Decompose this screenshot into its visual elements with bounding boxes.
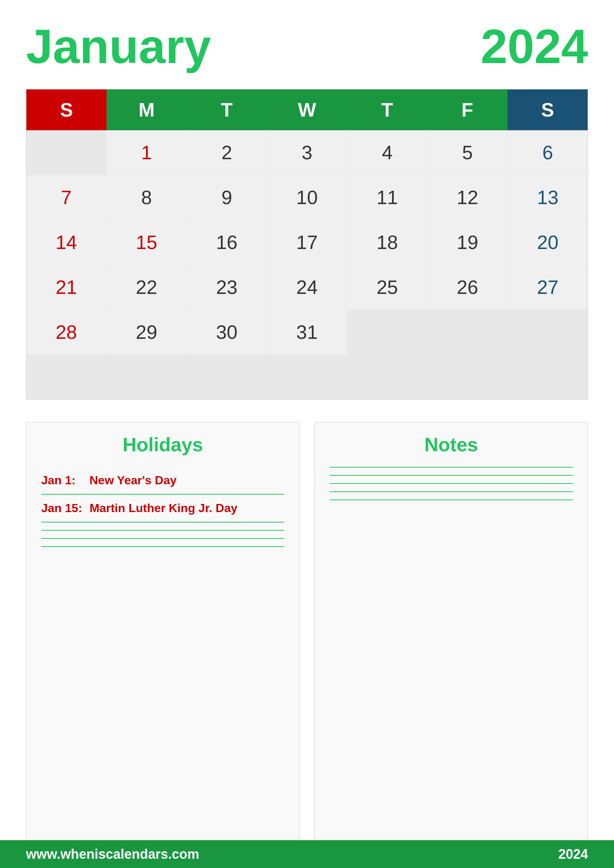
- day-cell: [107, 355, 186, 399]
- holidays-title: Holidays: [41, 434, 284, 456]
- notes-title: Notes: [330, 434, 573, 456]
- day-cell: 23: [187, 265, 267, 310]
- day-cell: 19: [428, 220, 507, 265]
- day-cell: 26: [428, 265, 507, 310]
- calendar-container: S M T W T F S 1 2 3 4 5 6 7 8 9 10 11 12…: [26, 89, 588, 400]
- month-title: January: [26, 22, 211, 71]
- day-cell: [508, 355, 588, 399]
- day-cell: 4: [347, 130, 427, 175]
- day-cell: 1: [107, 130, 186, 175]
- day-header-saturday: S: [507, 90, 588, 130]
- blank-line-1: [41, 530, 284, 531]
- day-cell: 28: [26, 310, 106, 354]
- calendar-grid: 1 2 3 4 5 6 7 8 9 10 11 12 13 14 15 16 1…: [26, 130, 588, 399]
- day-header-monday: M: [107, 90, 187, 130]
- holiday-name-2: Martin Luther King Jr. Day: [90, 501, 237, 515]
- holiday-date-1: Jan 1:: [41, 474, 82, 487]
- day-cell: [26, 130, 106, 175]
- day-cell: [347, 310, 427, 354]
- page: January 2024 S M T W T F S 1 2 3 4 5 6 7…: [0, 0, 614, 868]
- holiday-date-2: Jan 15:: [41, 501, 82, 515]
- day-cell: 20: [508, 220, 588, 265]
- day-cell: [187, 355, 267, 399]
- notes-line-1: [330, 467, 573, 468]
- notes-line-4: [330, 491, 573, 492]
- day-cell: 14: [26, 220, 106, 265]
- footer-url: www.wheniscalendars.com: [26, 846, 199, 862]
- day-cell: 30: [187, 310, 267, 354]
- bottom-section: Holidays Jan 1: New Year's Day Jan 15: M…: [26, 422, 588, 868]
- day-cell: 17: [267, 220, 347, 265]
- notes-line-3: [330, 483, 573, 484]
- day-cell: [428, 355, 507, 399]
- day-cell: [267, 355, 347, 399]
- day-cell: [428, 310, 507, 354]
- day-cell: 27: [508, 265, 588, 310]
- day-cell: 10: [267, 175, 347, 220]
- day-cell: 7: [26, 175, 106, 220]
- notes-line-5: [330, 499, 573, 500]
- blank-line-3: [41, 546, 284, 547]
- holiday-item-2: Jan 15: Martin Luther King Jr. Day: [41, 494, 284, 522]
- day-cell: 18: [347, 220, 427, 265]
- day-cell: [347, 355, 427, 399]
- holidays-box: Holidays Jan 1: New Year's Day Jan 15: M…: [26, 422, 299, 868]
- day-cell: 6: [508, 130, 588, 175]
- day-cell: 2: [187, 130, 267, 175]
- notes-line-2: [330, 475, 573, 476]
- day-header-thursday: T: [347, 90, 427, 130]
- day-header-wednesday: W: [267, 90, 347, 130]
- day-cell: 9: [187, 175, 267, 220]
- notes-box: Notes: [315, 422, 588, 868]
- day-cell: 25: [347, 265, 427, 310]
- day-cell: 16: [187, 220, 267, 265]
- year-title: 2024: [481, 22, 588, 71]
- footer: www.wheniscalendars.com 2024: [0, 840, 614, 868]
- day-cell: 3: [267, 130, 347, 175]
- day-cell: 15: [107, 220, 186, 265]
- day-cell: 29: [107, 310, 186, 354]
- day-header-tuesday: T: [187, 90, 267, 130]
- day-header-friday: F: [427, 90, 507, 130]
- day-cell: 12: [428, 175, 507, 220]
- day-headers-row: S M T W T F S: [26, 90, 588, 130]
- holiday-item-1: Jan 1: New Year's Day: [41, 467, 284, 494]
- day-cell: 22: [107, 265, 186, 310]
- day-cell: 21: [26, 265, 106, 310]
- day-cell: [508, 310, 588, 354]
- day-cell: 31: [267, 310, 347, 354]
- day-cell: 11: [347, 175, 427, 220]
- holiday-name-1: New Year's Day: [90, 474, 177, 487]
- footer-year: 2024: [558, 846, 588, 862]
- blank-line-2: [41, 538, 284, 539]
- day-cell: 8: [107, 175, 186, 220]
- day-cell: [26, 355, 106, 399]
- header: January 2024: [26, 22, 588, 71]
- day-cell: 13: [508, 175, 588, 220]
- day-cell: 24: [267, 265, 347, 310]
- day-header-sunday: S: [26, 90, 107, 130]
- day-cell: 5: [428, 130, 507, 175]
